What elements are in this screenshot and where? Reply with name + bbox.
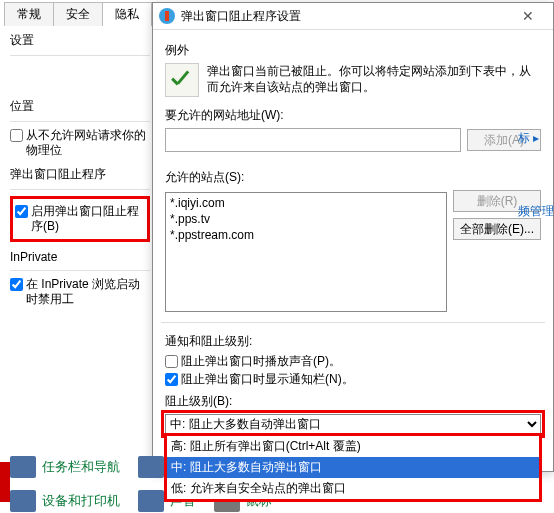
tab-general[interactable]: 常规	[4, 2, 54, 26]
clock-icon	[138, 456, 164, 478]
block-level-label: 阻止级别(B):	[165, 393, 541, 410]
dialog-titlebar: 弹出窗口阻止程序设置 ✕	[153, 3, 553, 30]
allowed-sites-list[interactable]: *.iqiyi.com *.pps.tv *.ppstream.com	[165, 192, 447, 312]
show-notification-bar-checkbox[interactable]: 阻止弹出窗口时显示通知栏(N)。	[165, 372, 541, 387]
deny-location-label: 从不允许网站请求你的物理位	[26, 128, 150, 158]
allow-address-label: 要允许的网站地址(W):	[165, 107, 541, 124]
exceptions-description: 弹出窗口当前已被阻止。你可以将特定网站添加到下表中，从而允许来自该站点的弹出窗口…	[207, 63, 541, 97]
popup-blocker-settings-dialog: 弹出窗口阻止程序设置 ✕ 例外 弹出窗口当前已被阻止。你可以将特定网站添加到下表…	[152, 2, 554, 472]
cpl-printers[interactable]: 设备和打印机	[10, 490, 120, 512]
show-bar-label: 阻止弹出窗口时显示通知栏(N)。	[181, 372, 354, 387]
privacy-panel: 设置 位置 从不允许网站请求你的物理位 弹出窗口阻止程序 启用弹出窗口阻止程序(…	[10, 24, 150, 310]
level-option-high[interactable]: 高: 阻止所有弹出窗口(Ctrl+Alt 覆盖)	[167, 436, 539, 457]
background-clipped-text: 标 ▸ 频管理	[518, 130, 554, 276]
level-option-low[interactable]: 低: 允许来自安全站点的弹出窗口	[167, 478, 539, 499]
play-sound-checkbox[interactable]: 阻止弹出窗口时播放声音(P)。	[165, 354, 541, 369]
block-level-select-wrap: 中: 阻止大多数自动弹出窗口 高: 阻止所有弹出窗口(Ctrl+Alt 覆盖) …	[165, 414, 541, 434]
highlight-enable-popup: 启用弹出窗口阻止程序(B)	[10, 196, 150, 242]
settings-heading: 设置	[10, 32, 150, 49]
allow-address-input[interactable]	[165, 128, 461, 152]
location-heading: 位置	[10, 98, 150, 115]
checkmark-icon	[165, 63, 199, 97]
exceptions-heading: 例外	[165, 42, 541, 59]
cpl-taskbar[interactable]: 任务栏和导航	[10, 456, 120, 478]
block-level-dropdown: 高: 阻止所有弹出窗口(Ctrl+Alt 覆盖) 中: 阻止大多数自动弹出窗口 …	[164, 433, 542, 502]
inprivate-disable-checkbox[interactable]: 在 InPrivate 浏览启动时禁用工	[10, 277, 150, 307]
inprivate-heading: InPrivate	[10, 250, 150, 264]
popup-blocker-icon	[159, 8, 175, 24]
enable-popup-blocker-checkbox[interactable]: 启用弹出窗口阻止程序(B)	[15, 204, 145, 234]
level-option-medium[interactable]: 中: 阻止大多数自动弹出窗口	[167, 457, 539, 478]
speaker-icon	[138, 490, 164, 512]
list-item[interactable]: *.ppstream.com	[170, 227, 442, 243]
tab-privacy[interactable]: 隐私	[102, 2, 152, 26]
list-item[interactable]: *.iqiyi.com	[170, 195, 442, 211]
deny-location-checkbox[interactable]: 从不允许网站请求你的物理位	[10, 128, 150, 158]
inprivate-disable-label: 在 InPrivate 浏览启动时禁用工	[26, 277, 150, 307]
notify-heading: 通知和阻止级别:	[165, 333, 541, 350]
taskbar-icon	[10, 456, 36, 478]
enable-popup-label: 启用弹出窗口阻止程序(B)	[31, 204, 145, 234]
list-item[interactable]: *.pps.tv	[170, 211, 442, 227]
allowed-sites-label: 允许的站点(S):	[165, 169, 541, 186]
dialog-title: 弹出窗口阻止程序设置	[181, 8, 509, 25]
annotation-strip	[0, 462, 10, 502]
close-icon[interactable]: ✕	[509, 5, 547, 27]
block-level-select[interactable]: 中: 阻止大多数自动弹出窗口	[165, 414, 541, 434]
printer-icon	[10, 490, 36, 512]
popup-heading: 弹出窗口阻止程序	[10, 166, 150, 183]
play-sound-label: 阻止弹出窗口时播放声音(P)。	[181, 354, 341, 369]
tab-security[interactable]: 安全	[53, 2, 103, 26]
